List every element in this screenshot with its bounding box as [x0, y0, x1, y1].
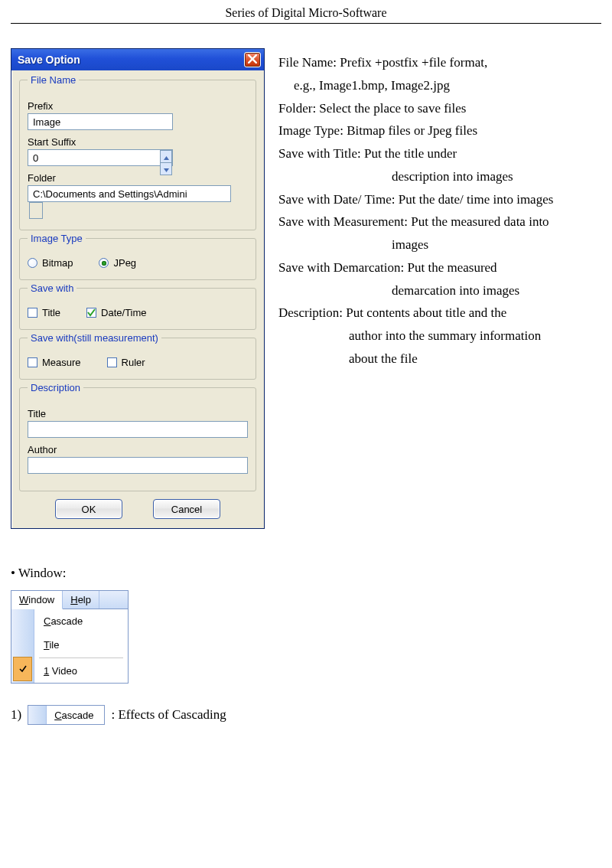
- explain-line: description into images: [278, 165, 553, 188]
- explain-line: images: [278, 233, 553, 256]
- checkbox-icon: [28, 308, 37, 318]
- input-prefix[interactable]: [28, 113, 173, 130]
- checkbox-measure-label: Measure: [42, 357, 81, 368]
- bullet-window: • Window:: [11, 566, 601, 581]
- radio-icon: [28, 258, 37, 268]
- chevron-down-icon: [164, 163, 169, 175]
- checkbox-title[interactable]: Title: [28, 307, 60, 318]
- explain-line: Image Type: Bitmap files or Jpeg files: [278, 119, 553, 142]
- label-prefix: Prefix: [28, 100, 248, 112]
- label-desc-author: Author: [28, 444, 248, 455]
- group-save-with-still: Save with(still measurement) Measure Rul…: [19, 338, 256, 380]
- browse-folder-button[interactable]: [29, 202, 43, 219]
- radio-bitmap-label: Bitmap: [42, 257, 73, 269]
- checkbox-datetime[interactable]: Date/Time: [86, 307, 146, 318]
- window-menu-screenshot: Window Help Cascade Tile 1 Video: [11, 590, 129, 684]
- label-folder: Folder: [28, 172, 248, 184]
- explain-line: File Name: Prefix +postfix +file format,: [278, 51, 553, 74]
- explain-line: about the file: [278, 348, 553, 370]
- ok-button-label: OK: [82, 504, 96, 515]
- input-start-suffix[interactable]: [28, 149, 173, 166]
- legend-save-with: Save with: [28, 282, 76, 294]
- label-start-suffix: Start Suffix: [28, 136, 248, 148]
- chevron-up-icon: [164, 151, 169, 162]
- explain-line: Save with Measurement: Put the measured …: [278, 210, 553, 233]
- group-image-type: Image Type Bitmap JPeg: [19, 238, 256, 280]
- checkbox-datetime-label: Date/Time: [101, 307, 146, 318]
- explain-line: Folder: Select the place to save files: [278, 97, 553, 120]
- input-desc-title[interactable]: [28, 421, 248, 438]
- explain-line: Save with Demarcation: Put the measured: [278, 256, 553, 279]
- menu-item-cascade[interactable]: Cascade: [34, 609, 128, 633]
- menu-separator: [39, 658, 123, 658]
- suffix-spin-up[interactable]: [160, 150, 172, 163]
- chip-gutter-icon: [28, 706, 47, 724]
- explain-line: Save with Title: Put the title under: [278, 142, 553, 165]
- menu-item-video[interactable]: 1 Video: [34, 659, 128, 683]
- explain-line: e.g., Image1.bmp, Image2.jpg: [278, 74, 553, 97]
- doc-header: Series of Digital Micro-Software: [11, 6, 601, 24]
- ok-button[interactable]: OK: [55, 499, 122, 519]
- menu-help[interactable]: Help: [63, 591, 99, 609]
- checkbox-title-label: Title: [42, 307, 60, 318]
- group-description: Description Title Author: [19, 387, 256, 491]
- menu-item-video-word: Video: [49, 665, 77, 677]
- cascade-chip-label: Cascade: [47, 706, 104, 724]
- radio-bitmap[interactable]: Bitmap: [28, 257, 73, 269]
- cancel-button[interactable]: Cancel: [153, 499, 220, 519]
- radio-icon: [99, 258, 109, 268]
- explain-line: author into the summary information: [278, 325, 553, 348]
- radio-jpeg-label: JPeg: [113, 257, 136, 269]
- legend-description: Description: [28, 382, 83, 393]
- radio-jpeg[interactable]: JPeg: [99, 257, 136, 269]
- dialog-titlebar[interactable]: Save Option: [11, 49, 264, 70]
- close-button[interactable]: [244, 52, 261, 67]
- group-file-name: File Name Prefix Start Suffix: [19, 80, 256, 230]
- legend-file-name: File Name: [28, 74, 79, 86]
- explain-line: demarcation into images: [278, 279, 553, 302]
- checkbox-icon: [107, 357, 117, 367]
- menu-window[interactable]: Window: [11, 591, 63, 609]
- group-save-with: Save with Title Date/Time: [19, 288, 256, 330]
- close-icon: [248, 54, 257, 66]
- save-option-dialog: Save Option File Name Prefix Start Suffi…: [11, 48, 265, 529]
- explain-line: Description: Put contents about title an…: [278, 302, 553, 325]
- menu-item-tile[interactable]: Tile: [34, 633, 128, 657]
- cascade-chip[interactable]: Cascade: [28, 705, 105, 725]
- legend-save-with-still: Save with(still measurement): [28, 332, 161, 344]
- checkbox-ruler-label: Ruler: [122, 357, 145, 368]
- check-icon: [13, 657, 32, 681]
- footer-text: : Effects of Cascading: [111, 707, 226, 723]
- input-folder[interactable]: [28, 185, 231, 202]
- explanation-block: File Name: Prefix +postfix +file format,…: [278, 48, 553, 370]
- footer-number: 1): [11, 707, 21, 723]
- dialog-title: Save Option: [18, 54, 80, 66]
- suffix-spin-down[interactable]: [160, 163, 172, 175]
- cancel-button-label: Cancel: [171, 504, 202, 515]
- checkbox-ruler[interactable]: Ruler: [107, 357, 145, 368]
- legend-image-type: Image Type: [28, 233, 86, 244]
- checkbox-icon: [86, 308, 96, 318]
- checkbox-measure[interactable]: Measure: [28, 357, 81, 368]
- label-desc-title: Title: [28, 408, 248, 419]
- checkbox-icon: [28, 357, 37, 367]
- input-desc-author[interactable]: [28, 457, 248, 474]
- explain-line: Save with Date/ Time: Put the date/ time…: [278, 188, 553, 211]
